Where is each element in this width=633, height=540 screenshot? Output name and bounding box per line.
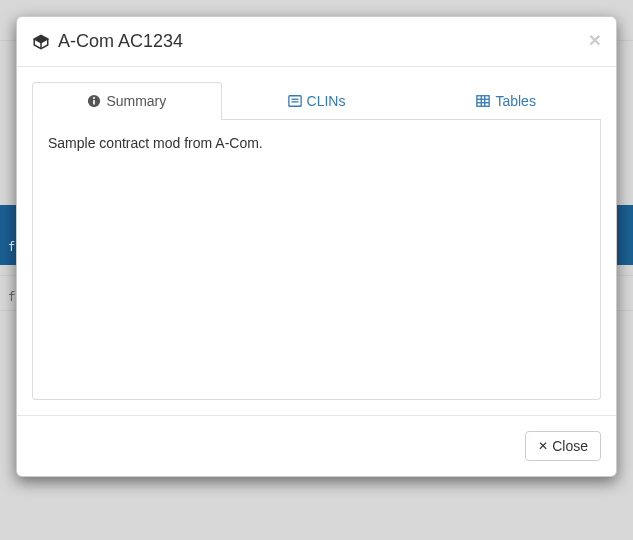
close-button-label: Close bbox=[552, 438, 588, 454]
modal-title: A-Com AC1234 bbox=[32, 31, 601, 52]
info-circle-icon bbox=[87, 94, 101, 108]
close-button[interactable]: ✕ Close bbox=[525, 431, 601, 461]
svg-rect-1 bbox=[94, 100, 96, 104]
summary-text: Sample contract mod from A-Com. bbox=[48, 135, 585, 151]
modal-footer: ✕ Close bbox=[17, 415, 616, 476]
modal-dialog: A-Com AC1234 × Summary CLINs bbox=[16, 16, 617, 477]
x-icon: ✕ bbox=[538, 439, 548, 453]
package-icon bbox=[32, 33, 50, 51]
svg-point-2 bbox=[93, 97, 95, 99]
tab-tables[interactable]: Tables bbox=[411, 82, 601, 120]
tab-clins[interactable]: CLINs bbox=[222, 82, 412, 120]
tab-summary[interactable]: Summary bbox=[32, 82, 222, 120]
modal-title-text: A-Com AC1234 bbox=[58, 31, 183, 52]
svg-rect-3 bbox=[288, 96, 300, 107]
tab-summary-label: Summary bbox=[106, 93, 166, 109]
table-icon bbox=[476, 94, 490, 108]
tab-content: Sample contract mod from A-Com. bbox=[32, 120, 601, 400]
modal-body: Summary CLINs Tables bbox=[17, 67, 616, 415]
tab-nav: Summary CLINs Tables bbox=[32, 82, 601, 120]
tab-clins-label: CLINs bbox=[307, 93, 346, 109]
modal-header: A-Com AC1234 × bbox=[17, 17, 616, 67]
close-icon[interactable]: × bbox=[589, 29, 601, 50]
tab-tables-label: Tables bbox=[495, 93, 535, 109]
svg-rect-6 bbox=[477, 96, 489, 107]
list-icon bbox=[288, 94, 302, 108]
